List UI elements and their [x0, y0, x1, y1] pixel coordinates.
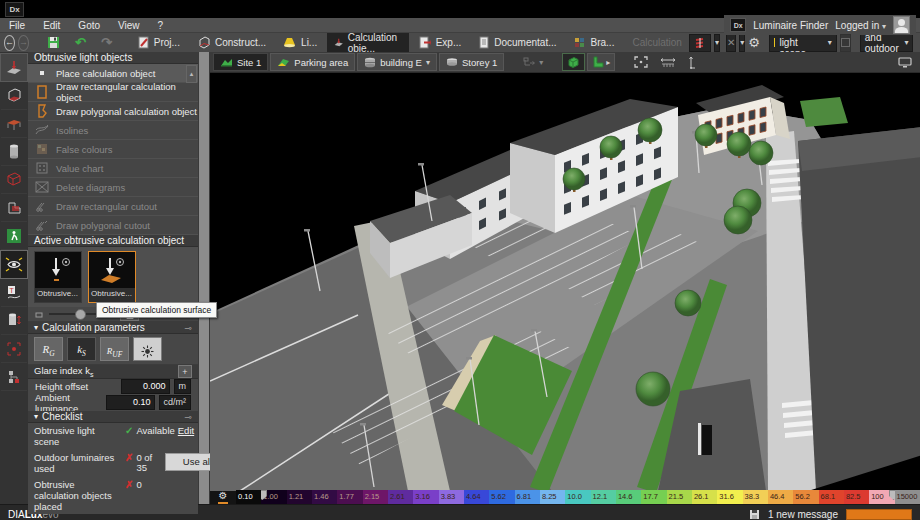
edit-link[interactable]: Edit [178, 426, 194, 436]
scroll-up-button[interactable]: ▴ [186, 65, 197, 83]
tab-storey-1[interactable]: Storey 1 [439, 53, 504, 71]
scale-segment-10.0[interactable]: 10.0 [565, 490, 590, 504]
calculation-options-dropdown[interactable]: ▾ [714, 34, 720, 52]
scale-segment-17.7[interactable]: 17.7 [641, 490, 666, 504]
luminaire-finder-link[interactable]: Luminaire Finder [753, 20, 828, 31]
scale-marker[interactable] [889, 490, 895, 500]
menu-edit[interactable]: Edit [34, 20, 69, 31]
mode-furniture-button[interactable] [1, 110, 27, 138]
link-view-button[interactable]: ▾ [518, 53, 548, 71]
scale-segment-68.1[interactable]: 68.1 [819, 490, 844, 504]
thumbnail-obtrusive-surface[interactable]: Obtrusive... [88, 251, 136, 303]
tool-draw-rectangular-calculation-object[interactable]: Draw rectangular calculation object [28, 83, 198, 102]
back-button[interactable]: ← [4, 35, 15, 51]
measure-width-button[interactable] [655, 53, 681, 71]
cancel-options-dropdown[interactable]: ▾ [739, 34, 745, 52]
tool-draw-polygonal-calculation-object[interactable]: Draw polygonal calculation object [28, 102, 198, 121]
tool-delete-diagrams[interactable]: Delete diagrams [28, 178, 198, 197]
scale-segment-1.46[interactable]: 1.46 [312, 490, 337, 504]
tool-false-colours[interactable]: False colours [28, 140, 198, 159]
mode-obtrusive-light-button[interactable] [0, 250, 28, 279]
param-rg-button[interactable]: RG [34, 337, 63, 361]
view-3d-button[interactable] [562, 53, 585, 71]
tab-building-e[interactable]: building E ▾ [357, 53, 437, 71]
tool-value-chart[interactable]: Value chart [28, 159, 198, 178]
pin-icon[interactable]: ⊸ [184, 412, 192, 422]
mode-escape-sign-button[interactable] [1, 222, 27, 250]
scale-settings-button[interactable]: ⚙ [210, 490, 236, 504]
mode-extrusion-button[interactable] [1, 166, 27, 194]
param-ruf-button[interactable]: RUF [100, 337, 129, 361]
scale-segment-5.62[interactable]: 5.62 [489, 490, 514, 504]
mode-column-button[interactable] [1, 138, 27, 166]
tool-draw-rectangular-cutout[interactable]: Draw rectangular cutout [28, 197, 198, 216]
view-plan-button[interactable]: ▸ [587, 53, 615, 71]
redo-button[interactable]: ↷ [95, 34, 118, 51]
tab-light[interactable]: Li... [276, 33, 324, 52]
scale-segment-1.77[interactable]: 1.77 [337, 490, 362, 504]
mode-room-button[interactable] [1, 82, 27, 110]
scale-segment-4.64[interactable]: 4.64 [464, 490, 489, 504]
scale-segment-46.4[interactable]: 46.4 [768, 490, 793, 504]
tab-site-1[interactable]: Site 1 [213, 53, 268, 71]
tool-draw-polygonal-cutout[interactable]: Draw polygonal cutout [28, 216, 198, 235]
tab-calculation-objects[interactable]: Calculation obje... [327, 33, 408, 52]
scale-segment-1.00[interactable]: 1.00 [261, 490, 286, 504]
scene-3d[interactable] [210, 73, 920, 490]
new-message-text[interactable]: 1 new message [768, 509, 838, 520]
settings-gear-icon[interactable]: ⚙ [748, 36, 760, 49]
scale-segment-2.15[interactable]: 2.15 [363, 490, 388, 504]
mode-polygon-solid-button[interactable] [1, 194, 27, 222]
scale-segment-26.1[interactable]: 26.1 [692, 490, 717, 504]
zoom-fit-button[interactable] [629, 53, 653, 71]
checklist-header[interactable]: ▾ Checklist ⊸ [28, 411, 198, 423]
scale-segment-3.83[interactable]: 3.83 [439, 490, 464, 504]
tab-project[interactable]: Proj... [130, 33, 187, 52]
scale-segment-31.6[interactable]: 31.6 [717, 490, 742, 504]
scale-segment-2.61[interactable]: 2.61 [388, 490, 413, 504]
menu-file[interactable]: File [0, 20, 34, 31]
light-scene-disabled-button[interactable] [840, 34, 851, 52]
menu-help[interactable]: ? [149, 20, 173, 31]
param-ks-button[interactable]: kS [67, 337, 96, 361]
cancel-calculation-button[interactable]: ✕ [726, 34, 736, 52]
menu-goto[interactable]: Goto [69, 20, 109, 31]
thumbnail-obtrusive-point[interactable]: Obtrusive... [34, 251, 82, 303]
scale-segment-100[interactable]: 100 [869, 490, 894, 504]
scale-segment-0.10[interactable]: 0.10 [236, 490, 261, 504]
logged-in-menu[interactable]: Logged in ▾ [835, 20, 886, 31]
scale-segment-1.21[interactable]: 1.21 [287, 490, 312, 504]
height-offset-input[interactable]: 0.000 [121, 379, 170, 394]
scale-segment-21.5[interactable]: 21.5 [667, 490, 692, 504]
pin-icon[interactable]: ⊸ [184, 323, 192, 333]
calculation-parameters-header[interactable]: ▾ Calculation parameters ⊸ [28, 322, 198, 334]
avatar[interactable] [893, 16, 910, 34]
mode-text-button[interactable]: T [1, 279, 27, 307]
undo-button[interactable]: ↶ [69, 34, 92, 51]
tab-construction[interactable]: Construct... [190, 33, 273, 52]
save-button[interactable] [41, 34, 66, 51]
mode-calc-surface-button[interactable] [0, 53, 28, 82]
param-luminance-button[interactable] [133, 337, 162, 361]
measure-height-button[interactable] [683, 53, 703, 71]
scale-segment-6.81[interactable]: 6.81 [515, 490, 540, 504]
scale-segment-56.2[interactable]: 56.2 [793, 490, 818, 504]
add-button[interactable]: + [178, 365, 192, 378]
scale-marker[interactable] [261, 490, 267, 500]
scale-segment-14.6[interactable]: 14.6 [616, 490, 641, 504]
tab-documentation[interactable]: Documentat... [471, 33, 563, 52]
forward-button[interactable]: → [18, 35, 29, 51]
light-scene-dropdown[interactable]: Obtrusive light scene ▾ [769, 34, 837, 52]
menu-view[interactable]: View [109, 20, 149, 31]
scale-segment-82.5[interactable]: 82.5 [844, 490, 869, 504]
tab-brands[interactable]: Bra... [567, 33, 622, 52]
panel-divider[interactable] [198, 52, 210, 504]
tab-export[interactable]: Exp... [412, 33, 469, 52]
ambient-luminance-input[interactable]: 0.10 [106, 395, 155, 410]
mode-column-move-button[interactable] [1, 307, 27, 335]
display-settings-button[interactable] [893, 53, 917, 71]
slider-knob[interactable] [75, 309, 86, 320]
scale-segment-3.16[interactable]: 3.16 [413, 490, 438, 504]
tool-isolines[interactable]: Isolines [28, 121, 198, 140]
start-calculation-button[interactable] [689, 34, 711, 52]
